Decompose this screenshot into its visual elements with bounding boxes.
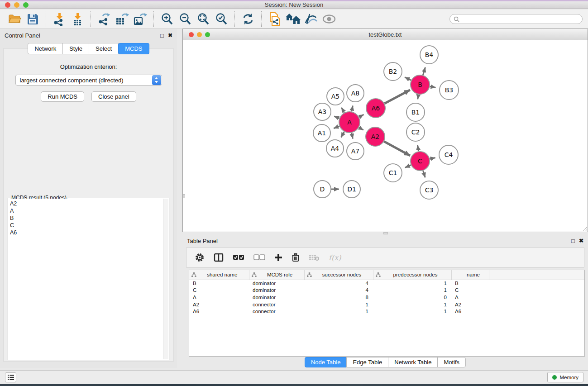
- delete-column-button[interactable]: [292, 253, 300, 262]
- graph-edge-C-C2[interactable]: [417, 145, 418, 152]
- graph-edge-A-A6[interactable]: [359, 114, 363, 117]
- import-table-button[interactable]: [69, 11, 86, 27]
- refresh-button[interactable]: [240, 11, 256, 27]
- column-header-mcds-role[interactable]: MCDS role: [249, 270, 304, 280]
- table-settings-button[interactable]: [195, 253, 205, 262]
- mcds-result-list[interactable]: A2ABCA6: [9, 199, 163, 359]
- float-panel-icon[interactable]: □: [160, 33, 164, 38]
- graph-edge-A-A5[interactable]: [341, 108, 344, 113]
- add-column-button[interactable]: [274, 253, 282, 262]
- task-history-button[interactable]: [5, 372, 16, 382]
- column-header-shared-name[interactable]: shared name: [189, 270, 249, 280]
- graph-edge-B-B3[interactable]: [430, 86, 436, 87]
- show-eye-button[interactable]: [321, 11, 337, 27]
- save-session-button[interactable]: [24, 11, 41, 27]
- graph-node-label-A5: A5: [331, 93, 339, 100]
- graph-edge-A-A2[interactable]: [359, 128, 363, 130]
- tab-motifs[interactable]: Motifs: [437, 357, 466, 367]
- tab-style[interactable]: Style: [62, 43, 89, 54]
- table-row[interactable]: A2connector11A2: [189, 301, 584, 308]
- select-all-rows-button[interactable]: [233, 254, 244, 261]
- show-columns-button[interactable]: [214, 253, 224, 262]
- mcds-tab-content: Optimization criterion: largest connecte…: [4, 48, 173, 362]
- run-mcds-button[interactable]: Run MCDS: [41, 91, 84, 102]
- application-window: Session: New Session: [0, 0, 588, 386]
- result-item[interactable]: A6: [10, 229, 163, 236]
- result-item[interactable]: B: [10, 214, 163, 222]
- memory-button[interactable]: Memory: [547, 372, 583, 382]
- graph-node-label-B4: B4: [425, 51, 434, 58]
- attribute-type-icon: [252, 272, 257, 277]
- search-field[interactable]: [449, 14, 583, 24]
- table-cell: connector: [249, 301, 304, 308]
- result-item[interactable]: A2: [10, 200, 163, 207]
- tab-select[interactable]: Select: [89, 43, 119, 54]
- export-network-button[interactable]: [96, 11, 112, 27]
- deselect-all-rows-button[interactable]: [253, 254, 265, 261]
- tab-network-table[interactable]: Network Table: [388, 357, 438, 367]
- tab-edge-table[interactable]: Edge Table: [346, 357, 388, 367]
- delete-table-button[interactable]: [309, 254, 320, 261]
- close-table-panel-icon[interactable]: ✖: [579, 238, 583, 243]
- criterion-select[interactable]: largest connected component (directed): [15, 75, 162, 86]
- zoom-out-button[interactable]: [177, 11, 193, 27]
- tab-network[interactable]: Network: [28, 43, 63, 54]
- new-network-from-selection-button[interactable]: [267, 11, 283, 27]
- zoom-fit-button[interactable]: [195, 11, 211, 27]
- table-cell: 1: [373, 280, 451, 287]
- close-panel-icon[interactable]: ✖: [168, 33, 172, 38]
- export-table-button[interactable]: [114, 11, 130, 27]
- zoom-in-button[interactable]: [159, 11, 175, 27]
- float-table-panel-icon[interactable]: □: [571, 238, 575, 244]
- table-row[interactable]: Adominator80A: [189, 294, 584, 301]
- tab-mcds[interactable]: MCDS: [118, 43, 149, 54]
- graph-edge-A-A1[interactable]: [334, 126, 339, 129]
- home-view-button[interactable]: [285, 11, 301, 27]
- graph-node-label-C4: C4: [445, 151, 453, 158]
- graph-edge-B-B2[interactable]: [405, 77, 411, 81]
- open-session-button[interactable]: [6, 11, 23, 27]
- network-window-titlebar[interactable]: testGlobe.txt: [183, 29, 588, 40]
- search-input[interactable]: [462, 15, 578, 23]
- graph-node-label-A2: A2: [371, 133, 379, 140]
- graph-edge-A2-C[interactable]: [384, 142, 410, 156]
- graph-edge-A-A7[interactable]: [352, 133, 353, 139]
- eye-slash-icon: [304, 13, 318, 25]
- graph-edge-A6-B[interactable]: [384, 90, 410, 104]
- graph-edge-A-A3[interactable]: [334, 116, 339, 118]
- table-cell: 4: [304, 280, 373, 287]
- view-splitter-handle[interactable]: [183, 194, 185, 198]
- result-item[interactable]: C: [10, 222, 163, 229]
- close-panel-button[interactable]: Close panel: [91, 91, 136, 102]
- network-canvas[interactable]: B4B2BB3A5A8A6A3AB1A1A2C2A4A7C4CC1DD1C3: [183, 40, 588, 232]
- graph-edge-A-A8[interactable]: [352, 105, 353, 111]
- table-header-row: shared name MCDS role successor nodes pr…: [189, 270, 584, 280]
- function-builder-button[interactable]: f(x): [329, 253, 341, 262]
- hide-graphics-details-button[interactable]: [303, 11, 319, 27]
- graph-edge-C-C1[interactable]: [405, 165, 411, 168]
- delete-table-icon: [309, 254, 320, 261]
- result-item[interactable]: A: [10, 207, 163, 214]
- graph-edge-B-B1[interactable]: [418, 95, 419, 100]
- column-header-predecessor-nodes[interactable]: predecessor nodes: [373, 270, 451, 280]
- graph-edge-C-C4[interactable]: [430, 158, 435, 159]
- table-row[interactable]: Cdominator41C: [189, 287, 584, 294]
- eye-icon: [322, 14, 336, 24]
- graph-edge-B-B4[interactable]: [423, 67, 425, 75]
- export-table-icon: [115, 12, 129, 26]
- window-resize-grip[interactable]: [581, 225, 587, 231]
- export-image-button[interactable]: [132, 11, 148, 27]
- graph-edge-C-C3[interactable]: [423, 171, 425, 177]
- tab-node-table[interactable]: Node Table: [305, 357, 347, 367]
- zoom-selected-icon: [215, 12, 228, 26]
- import-network-button[interactable]: [51, 11, 67, 27]
- table-row[interactable]: A6connector11A6: [189, 308, 584, 315]
- titlebar: Session: New Session: [0, 0, 588, 9]
- column-header-successor-nodes[interactable]: successor nodes: [304, 270, 373, 280]
- toolbar-separator: [153, 11, 154, 27]
- result-scrollbar[interactable]: [163, 199, 168, 359]
- column-header-name[interactable]: name: [451, 270, 489, 280]
- table-row[interactable]: Bdominator41B: [189, 280, 584, 287]
- zoom-selected-button[interactable]: [213, 11, 229, 27]
- graph-edge-A-A4[interactable]: [341, 132, 344, 137]
